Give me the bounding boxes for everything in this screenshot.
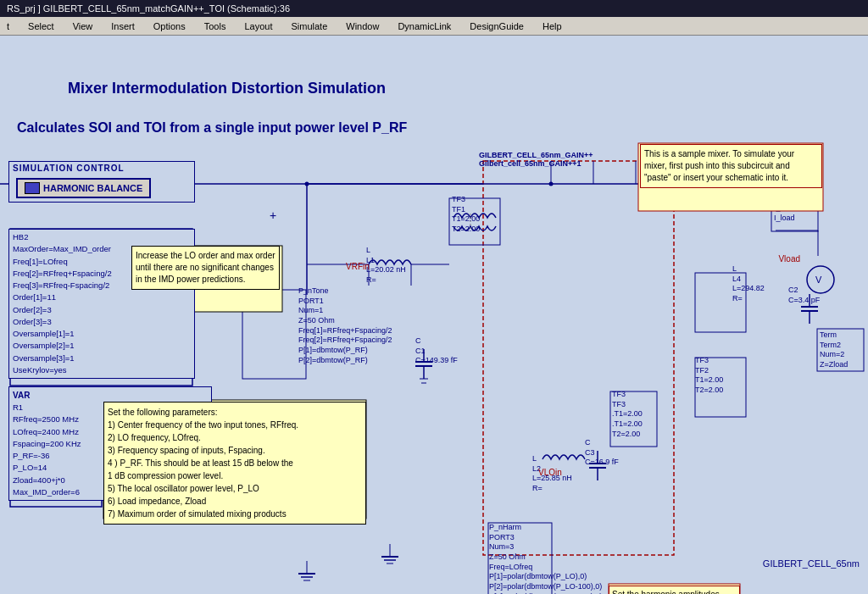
menu-help[interactable]: Help bbox=[539, 19, 565, 33]
menu-window[interactable]: Window bbox=[342, 19, 382, 33]
port3-label: P_nHarmPORT3Num=3Z=50 OhmFreq=LOfreqP[1]… bbox=[489, 523, 602, 594]
l1-label: LL1L=20.02 nHR= bbox=[366, 246, 406, 286]
svg-point-61 bbox=[549, 182, 554, 186]
hb2-line10: Oversample[3]=1 bbox=[13, 353, 191, 364]
menu-dynamiclink[interactable]: DynamicLink bbox=[394, 19, 454, 33]
hb2-line9: Oversample[2]=1 bbox=[13, 340, 191, 352]
menu-select[interactable]: Select bbox=[25, 19, 58, 33]
set-params-text: Set the following parameters: 1) Center … bbox=[108, 406, 362, 520]
l4-label: LL4L=294.82R= bbox=[732, 264, 765, 304]
vload-label: Vload bbox=[778, 254, 800, 264]
menu-options[interactable]: Options bbox=[150, 19, 189, 33]
sample-mixer-note: This is a sample mixer. To simulate your… bbox=[640, 144, 822, 188]
svg-rect-6 bbox=[483, 161, 674, 555]
schematic-subtitle: Calculates SOI and TOI from a single inp… bbox=[17, 120, 407, 136]
menu-insert[interactable]: Insert bbox=[108, 19, 138, 33]
port1-label: P_nTonePORT1Num=1Z=50 OhmFreq[1]=RFfreq+… bbox=[298, 286, 392, 366]
c1-label: CC1C=149.39 fF bbox=[415, 336, 458, 366]
gilbert-line2: Gilbert_cell_65nm_GAIN++1 bbox=[479, 159, 593, 168]
svg-text:I_Probe: I_Probe bbox=[774, 203, 801, 212]
svg-rect-24 bbox=[242, 290, 306, 379]
svg-text:I_load: I_load bbox=[774, 214, 795, 222]
title-bar: RS_prj ] GILBERT_CELL_65nm_matchGAIN++_T… bbox=[0, 0, 868, 17]
canvas-area: I_Probe I_load V bbox=[0, 36, 868, 594]
hb2-line5: Order[1]=11 bbox=[13, 291, 191, 303]
simulation-control-box: SIMULATION CONTROL HARMONIC BALANCE bbox=[8, 161, 195, 203]
gilbert-bottom-label: GILBERT_CELL_65nm bbox=[763, 558, 860, 569]
hb2-line0: HB2 bbox=[13, 231, 191, 243]
menu-simulate[interactable]: Simulate bbox=[287, 19, 331, 33]
sim-control-label: SIMULATION CONTROL bbox=[9, 162, 194, 175]
menu-tools[interactable]: Tools bbox=[201, 19, 230, 33]
set-params-note: Set the following parameters: 1) Center … bbox=[103, 402, 366, 525]
menu-t[interactable]: t bbox=[3, 19, 13, 33]
svg-rect-18 bbox=[771, 199, 818, 231]
vrfin-label: VRFin bbox=[346, 262, 370, 271]
tf3-label: TF3TF3.T1=2.00.T1=2.00T2=2.00 bbox=[612, 390, 643, 439]
schematic-title: Mixer Intermodulation Distortion Simulat… bbox=[68, 80, 386, 97]
term2-label: TermTerm2Num=2Z=Zload bbox=[820, 330, 848, 370]
c2-label: C2C=3.4 pF bbox=[788, 286, 820, 305]
svg-text:+: + bbox=[270, 208, 276, 222]
svg-point-60 bbox=[305, 182, 309, 186]
menu-layout[interactable]: Layout bbox=[241, 19, 275, 33]
tf2-label: TF3TF2T1=2.00T2=2.00 bbox=[695, 356, 723, 396]
menu-bar[interactable]: t Select View Insert Options Tools Layou… bbox=[0, 17, 868, 36]
hb2-line11: UseKrylov=yes bbox=[13, 364, 191, 376]
vloin-label: VLOin bbox=[538, 468, 562, 477]
title-text: RS_prj ] GILBERT_CELL_65nm_matchGAIN++_T… bbox=[7, 3, 290, 14]
lo-order-note: Increase the LO order and max order unti… bbox=[131, 246, 280, 290]
gilbert-cell-label: GILBERT_CELL_65nm_GAIN++ Gilbert_cell_65… bbox=[479, 151, 593, 168]
harmonic-balance-button[interactable]: HARMONIC BALANCE bbox=[16, 178, 151, 198]
gilbert-line1: GILBERT_CELL_65nm_GAIN++ bbox=[479, 151, 593, 159]
menu-designguide[interactable]: DesignGuide bbox=[466, 19, 527, 33]
hb-icon bbox=[25, 182, 40, 194]
var-label: VAR bbox=[13, 389, 208, 402]
menu-view[interactable]: View bbox=[70, 19, 97, 33]
hb2-line6: Order[2]=3 bbox=[13, 304, 191, 316]
svg-text:V: V bbox=[815, 275, 822, 285]
hb2-line7: Order[3]=3 bbox=[13, 316, 191, 328]
harmonic-amplitude-note: Set the harmonic amplitudes relative to … bbox=[609, 586, 740, 594]
tf1-label: TF3TF1T1=2.00T2=2.00 bbox=[452, 195, 480, 235]
hb2-line8: Oversample[1]=1 bbox=[13, 328, 191, 340]
c3-label: CC3C=16.9 fF bbox=[585, 438, 619, 468]
